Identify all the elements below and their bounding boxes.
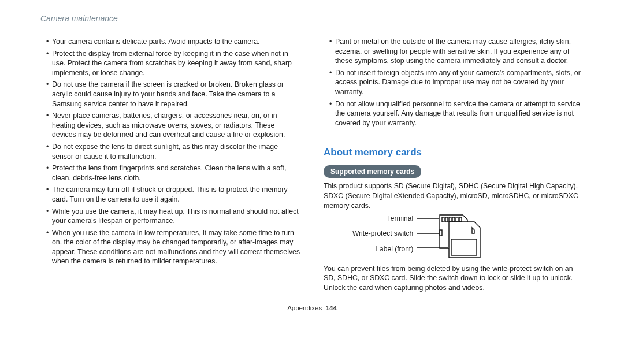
page: Camera maintenance Your camera contains … xyxy=(0,0,624,311)
list-item: Do not use the camera if the screen is c… xyxy=(46,80,300,109)
svg-rect-8 xyxy=(459,217,462,222)
two-column-layout: Your camera contains delicate parts. Avo… xyxy=(40,37,584,296)
page-header: Camera maintenance xyxy=(40,14,584,23)
footer-section: Appendixes xyxy=(287,304,322,311)
sd-card-diagram: Terminal Write-protect switch Label (fro… xyxy=(324,214,584,259)
left-bullet-list: Your camera contains delicate parts. Avo… xyxy=(40,37,300,266)
diagram-label-terminal: Terminal xyxy=(387,214,413,223)
footer-page-number: 144 xyxy=(326,304,337,311)
svg-rect-7 xyxy=(456,217,458,222)
diagram-labels: Terminal Write-protect switch Label (fro… xyxy=(352,214,417,259)
diagram-label-label-front: Label (front) xyxy=(376,244,413,254)
list-item: Your camera contains delicate parts. Avo… xyxy=(46,37,300,47)
list-item: Paint or metal on the outside of the cam… xyxy=(329,37,584,66)
svg-rect-6 xyxy=(452,217,455,222)
list-item: Do not insert foreign objects into any o… xyxy=(329,68,584,97)
svg-rect-4 xyxy=(445,217,448,222)
paragraph: This product supports SD (Secure Digital… xyxy=(324,181,584,210)
diagram-label-write-protect: Write-protect switch xyxy=(352,229,413,238)
svg-rect-9 xyxy=(440,230,442,236)
list-item: Protect the lens from fingerprints and s… xyxy=(46,164,300,183)
svg-rect-3 xyxy=(442,217,444,222)
list-item: Never place cameras, batteries, chargers… xyxy=(46,111,300,140)
subsection-pill: Supported memory cards xyxy=(324,165,421,178)
page-footer: Appendixes 144 xyxy=(40,304,584,311)
list-item: The camera may turn off if struck or dro… xyxy=(46,185,300,204)
section-title: About memory cards xyxy=(324,146,584,159)
sd-card-icon xyxy=(417,214,492,259)
list-item: Do not expose the lens to direct sunligh… xyxy=(46,142,300,161)
list-item: When you use the camera in low temperatu… xyxy=(46,228,300,266)
right-column: Paint or metal on the outside of the cam… xyxy=(324,37,584,296)
list-item: While you use the camera, it may heat up… xyxy=(46,207,300,226)
svg-rect-5 xyxy=(449,217,451,222)
list-item: Protect the display from external force … xyxy=(46,49,300,78)
paragraph: You can prevent files from being deleted… xyxy=(324,264,584,293)
left-column: Your camera contains delicate parts. Avo… xyxy=(40,37,300,296)
list-item: Do not allow unqualified personnel to se… xyxy=(329,99,584,128)
right-bullet-list: Paint or metal on the outside of the cam… xyxy=(324,37,584,128)
